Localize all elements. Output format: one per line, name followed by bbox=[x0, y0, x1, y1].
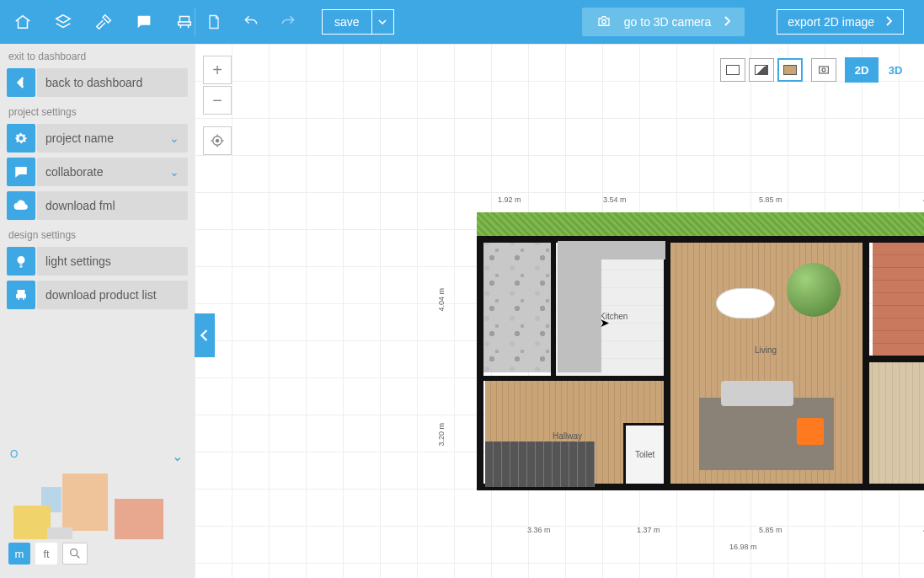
sidebar-item-light-settings[interactable]: light settings bbox=[7, 247, 188, 276]
plant-icon[interactable] bbox=[787, 263, 841, 317]
view-2d-3d-toggle: 2D 3D bbox=[845, 57, 912, 83]
collaborate-label: collaborate bbox=[45, 165, 104, 179]
chair-icon[interactable] bbox=[175, 12, 194, 32]
sidebar-item-download-products[interactable]: download product list bbox=[7, 281, 188, 309]
dim-top-1: 1.92 m bbox=[498, 195, 521, 204]
save-dropdown[interactable] bbox=[371, 10, 393, 34]
dining-table[interactable] bbox=[716, 288, 775, 318]
export-2d-label: export 2D image bbox=[788, 15, 874, 29]
dim-left-1: 4.04 m bbox=[437, 288, 446, 312]
label-toilet: Toilet bbox=[635, 450, 654, 459]
view-3d[interactable]: 3D bbox=[879, 57, 912, 83]
garden-area bbox=[477, 212, 924, 238]
chat-icon[interactable] bbox=[135, 12, 153, 32]
recenter-button[interactable] bbox=[203, 126, 232, 155]
gear-icon bbox=[7, 124, 35, 153]
new-file-icon[interactable] bbox=[204, 12, 224, 32]
cursor-icon: ➤ bbox=[600, 316, 610, 329]
display-mode-group bbox=[720, 58, 803, 82]
hammer-icon[interactable] bbox=[94, 12, 113, 32]
view-controls: 2D 3D bbox=[720, 57, 912, 83]
settings-view-button[interactable] bbox=[811, 58, 836, 82]
sidebar-item-collaborate[interactable]: collaborate⌄ bbox=[7, 158, 188, 186]
sidebar: exit to dashboard back to dashboard proj… bbox=[0, 44, 195, 578]
chat-icon bbox=[7, 158, 35, 186]
sidebar-item-project-name[interactable]: project name⌄ bbox=[7, 124, 188, 153]
unit-ft[interactable]: ft bbox=[35, 543, 57, 565]
bedroom-room bbox=[866, 362, 924, 489]
canvas[interactable]: + − 2D 3D 1.92 m 3.54 m 5.85 bbox=[195, 44, 924, 578]
kitchen-counter[interactable] bbox=[558, 241, 601, 372]
svg-point-6 bbox=[822, 68, 825, 72]
stairs[interactable] bbox=[485, 442, 595, 487]
view-2d[interactable]: 2D bbox=[845, 57, 879, 83]
sidebar-footer: O ⌄ m ft bbox=[0, 440, 195, 578]
dim-top-2: 3.54 m bbox=[603, 195, 627, 204]
chevron-down-icon: ⌄ bbox=[169, 165, 179, 179]
chevron-right-icon bbox=[723, 15, 731, 29]
sidebar-collapse-button[interactable] bbox=[195, 313, 215, 357]
sofa[interactable] bbox=[721, 381, 793, 406]
display-mode-3[interactable] bbox=[777, 58, 803, 82]
dim-top-3: 5.85 m bbox=[759, 195, 782, 204]
chair-icon bbox=[7, 281, 35, 309]
light-settings-label: light settings bbox=[45, 254, 111, 268]
minimap-blocks bbox=[13, 465, 181, 541]
armchair[interactable] bbox=[797, 418, 824, 445]
project-heading: project settings bbox=[0, 99, 195, 121]
display-mode-2[interactable] bbox=[749, 58, 774, 82]
svg-point-2 bbox=[71, 549, 77, 556]
svg-point-1 bbox=[18, 257, 24, 264]
back-to-dashboard[interactable]: back to dashboard bbox=[7, 68, 188, 97]
save-button[interactable]: save bbox=[323, 15, 371, 29]
project-name-label: project name bbox=[45, 131, 114, 145]
stone-porch bbox=[482, 238, 551, 372]
top-bar: save go to 3D camera export 2D image bbox=[0, 0, 924, 44]
patio-room bbox=[873, 238, 924, 356]
sidebar-item-download-fml[interactable]: download fml bbox=[7, 191, 188, 220]
go-3d-camera-button[interactable]: go to 3D camera bbox=[582, 8, 745, 36]
go-3d-label: go to 3D camera bbox=[624, 15, 712, 29]
cloud-download-icon bbox=[7, 191, 35, 220]
export-2d-button[interactable]: export 2D image bbox=[777, 9, 904, 35]
save-button-group: save bbox=[322, 9, 394, 35]
zoom-controls: + − bbox=[203, 56, 232, 155]
download-fml-label: download fml bbox=[45, 199, 115, 212]
label-hallway: Hallway bbox=[553, 431, 582, 441]
floor-plan[interactable]: Kitchen Living Bedroom Hallway Toilet Pa… bbox=[477, 212, 924, 490]
chevron-down-icon: ⌄ bbox=[172, 448, 183, 464]
undo-icon[interactable] bbox=[241, 12, 261, 32]
display-mode-1[interactable] bbox=[720, 58, 745, 82]
label-living: Living bbox=[755, 345, 777, 355]
chevron-down-icon: ⌄ bbox=[169, 131, 179, 145]
dim-bot-2: 1.37 m bbox=[637, 526, 660, 534]
design-heading: design settings bbox=[0, 222, 195, 244]
svg-point-4 bbox=[216, 140, 219, 142]
minimap[interactable]: O ⌄ bbox=[8, 448, 186, 541]
unit-bar: m ft bbox=[8, 541, 186, 570]
home-icon[interactable] bbox=[13, 12, 32, 32]
zoom-in-button[interactable]: + bbox=[203, 56, 232, 84]
redo-icon[interactable] bbox=[278, 12, 298, 32]
chevron-left-icon bbox=[7, 68, 35, 97]
unit-m[interactable]: m bbox=[8, 543, 30, 565]
zoom-out-button[interactable]: − bbox=[203, 86, 232, 115]
exit-heading: exit to dashboard bbox=[0, 44, 195, 66]
dim-bot-total: 16.98 m bbox=[729, 543, 757, 551]
chevron-right-icon bbox=[884, 15, 893, 29]
layers-icon[interactable] bbox=[54, 12, 72, 32]
bulb-icon bbox=[7, 247, 35, 276]
top-mid: save go to 3D camera export 2D image bbox=[195, 8, 924, 36]
svg-rect-5 bbox=[820, 67, 829, 73]
dim-bot-3: 5.85 m bbox=[759, 526, 782, 534]
dim-bot-1: 3.36 m bbox=[527, 526, 551, 534]
dim-left-2: 3.20 m bbox=[437, 423, 446, 447]
download-products-label: download product list bbox=[45, 288, 157, 302]
magnifier-icon[interactable] bbox=[62, 543, 88, 565]
back-label: back to dashboard bbox=[45, 76, 142, 89]
kitchen-counter-top[interactable] bbox=[558, 241, 665, 260]
camera-icon bbox=[596, 13, 612, 31]
top-tool-icons bbox=[0, 12, 195, 32]
svg-point-0 bbox=[602, 19, 606, 24]
minimap-label: O bbox=[10, 448, 18, 460]
